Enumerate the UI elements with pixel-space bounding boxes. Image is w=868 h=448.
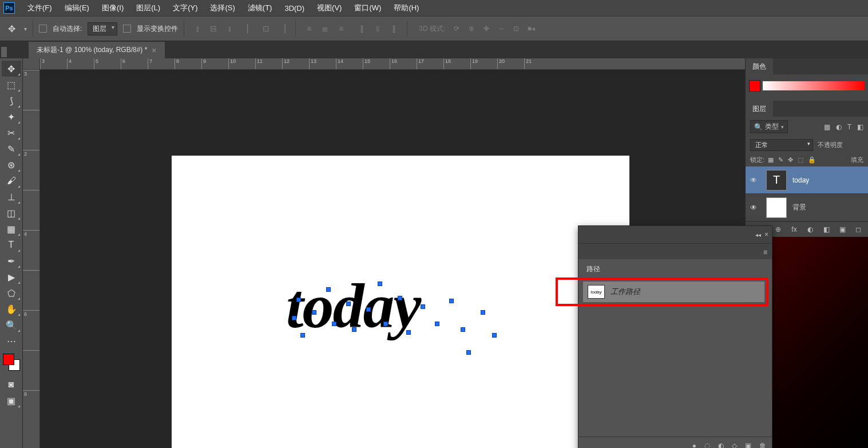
new-layer-icon[interactable]: ◻ bbox=[853, 225, 863, 233]
visibility-icon[interactable]: 👁 bbox=[750, 204, 760, 212]
menu-view[interactable]: 视图(V) bbox=[311, 1, 347, 15]
dist-bottom-icon[interactable]: ≡ bbox=[334, 21, 348, 36]
roll-icon[interactable]: ⊕ bbox=[466, 25, 477, 33]
mask-icon[interactable]: ◐ bbox=[805, 225, 815, 233]
menu-layer[interactable]: 图层(L) bbox=[130, 1, 166, 15]
align-bottom-icon[interactable]: ⫾ bbox=[222, 21, 237, 36]
orbit-icon[interactable]: ⟳ bbox=[451, 25, 462, 33]
layer-filter-type[interactable]: 🔍 类型 ▾ bbox=[750, 120, 788, 133]
move-tool[interactable]: ✥ bbox=[2, 61, 21, 77]
align-hcenter-icon[interactable]: ⊡ bbox=[259, 21, 274, 36]
align-right-icon[interactable]: ▕ bbox=[275, 21, 290, 36]
eraser-tool[interactable]: ◫ bbox=[2, 205, 21, 221]
auto-select-target-combo[interactable]: 图层 bbox=[88, 22, 117, 35]
dist-hcenter-icon[interactable]: ⦀ bbox=[370, 21, 385, 36]
zoom-tool[interactable]: 🔍 bbox=[2, 317, 21, 333]
search-icon: 🔍 bbox=[754, 123, 763, 131]
visibility-icon[interactable]: 👁 bbox=[750, 176, 760, 184]
foreground-color[interactable] bbox=[3, 354, 14, 365]
hand-tool[interactable]: ✋ bbox=[2, 301, 21, 317]
color-swatch-mini[interactable] bbox=[749, 80, 760, 92]
lock-artboard-icon[interactable]: ⬚ bbox=[798, 156, 803, 164]
panel-collapse-strip[interactable] bbox=[1, 47, 7, 57]
camera-icon[interactable]: ■◂ bbox=[525, 25, 537, 33]
layer-row-today[interactable]: 👁 T today bbox=[746, 166, 868, 194]
magic-wand-tool[interactable]: ✦ bbox=[2, 109, 21, 125]
link-layers-icon[interactable]: ⊕ bbox=[773, 225, 783, 233]
color-panel-tabrow: 颜色 bbox=[746, 58, 868, 74]
pan-icon[interactable]: ✥ bbox=[481, 25, 492, 33]
distribute-group-2: ∥ ⦀ ∥ bbox=[354, 21, 401, 36]
color-swatch[interactable] bbox=[3, 354, 20, 371]
menu-filter[interactable]: 滤镜(T) bbox=[242, 1, 278, 15]
document-tab[interactable]: 未标题-1 @ 100% (today, RGB/8#) * × bbox=[29, 42, 165, 58]
path-item-work[interactable]: today 工作路径 bbox=[583, 282, 764, 302]
crop-tool[interactable]: ✂ bbox=[2, 125, 21, 141]
layers-panel-tab[interactable]: 图层 bbox=[746, 101, 773, 117]
menu-help[interactable]: 帮助(H) bbox=[388, 1, 425, 15]
edit-toolbar[interactable]: ⋯ bbox=[2, 333, 21, 349]
lasso-tool[interactable]: ⟆ bbox=[2, 93, 21, 109]
shape-tool[interactable]: ⬠ bbox=[2, 285, 21, 301]
menu-3d[interactable]: 3D(D) bbox=[279, 2, 310, 15]
eyedropper-tool[interactable]: ✎ bbox=[2, 141, 21, 157]
close-tab-icon[interactable]: × bbox=[152, 46, 156, 55]
color-gradient-strip[interactable] bbox=[763, 81, 865, 90]
menu-select[interactable]: 选择(S) bbox=[204, 1, 240, 15]
quickmask-tool[interactable]: ◙ bbox=[2, 376, 21, 393]
screenmode-tool[interactable]: ▣ bbox=[2, 393, 21, 409]
lock-brush-icon[interactable]: ✎ bbox=[778, 156, 783, 164]
slide-icon[interactable]: ↔ bbox=[496, 25, 507, 33]
color-panel-tab[interactable]: 颜色 bbox=[746, 58, 773, 75]
filter-pixel-icon[interactable]: ▦ bbox=[824, 123, 830, 131]
dist-left-icon[interactable]: ∥ bbox=[354, 21, 369, 36]
dist-vcenter-icon[interactable]: ≣ bbox=[318, 21, 332, 36]
path-to-selection-icon[interactable]: ◐ bbox=[718, 442, 724, 449]
dist-right-icon[interactable]: ∥ bbox=[386, 21, 401, 36]
blend-mode-combo[interactable]: 正常 bbox=[750, 139, 813, 151]
align-left-icon[interactable]: ▏ bbox=[243, 21, 257, 36]
dist-top-icon[interactable]: ≡ bbox=[302, 21, 316, 36]
close-panel-icon[interactable]: × bbox=[764, 231, 768, 239]
gradient-tool[interactable]: ▦ bbox=[2, 221, 21, 237]
lock-position-icon[interactable]: ✥ bbox=[788, 156, 793, 164]
paths-tab[interactable]: 路径 bbox=[578, 261, 608, 277]
ruler-horizontal: 34 56 78 910 1112 1314 1516 1718 1920 21 bbox=[40, 58, 868, 70]
type-tool[interactable]: T bbox=[2, 237, 21, 253]
healing-tool[interactable]: ⊛ bbox=[2, 157, 21, 173]
selection-to-path-icon[interactable]: ◇ bbox=[732, 442, 737, 449]
show-transform-checkbox[interactable] bbox=[123, 25, 131, 33]
menu-file[interactable]: 文件(F) bbox=[22, 1, 58, 15]
filter-adjust-icon[interactable]: ◐ bbox=[836, 123, 842, 131]
scale3d-icon[interactable]: ⊡ bbox=[510, 25, 522, 33]
group-icon[interactable]: ▣ bbox=[837, 225, 847, 233]
collapse-icon[interactable]: ◂◂ bbox=[755, 232, 761, 238]
filter-type-icon[interactable]: T bbox=[847, 123, 851, 131]
fx-icon[interactable]: fx bbox=[789, 225, 799, 233]
paths-panel-header[interactable]: ◂◂ × bbox=[578, 226, 772, 243]
pen-tool[interactable]: ✒ bbox=[2, 253, 21, 269]
ruler-vertical: 3 2 4 6 8 bbox=[23, 70, 40, 448]
layer-row-background[interactable]: 👁 背景 bbox=[746, 194, 868, 221]
filter-shape-icon[interactable]: ◧ bbox=[857, 123, 863, 131]
align-top-icon[interactable]: ⫿ bbox=[190, 21, 205, 36]
brush-tool[interactable]: 🖌 bbox=[2, 173, 21, 189]
new-path-icon[interactable]: ▣ bbox=[745, 442, 751, 449]
menu-image[interactable]: 图像(I) bbox=[96, 1, 129, 15]
lock-all-icon[interactable]: 🔒 bbox=[808, 156, 816, 164]
menu-window[interactable]: 窗口(W) bbox=[348, 1, 387, 15]
adjustment-icon[interactable]: ◧ bbox=[821, 225, 831, 233]
paths-panel-body: today 工作路径 bbox=[578, 259, 772, 437]
menu-type[interactable]: 文字(Y) bbox=[167, 1, 203, 15]
paths-menu-icon[interactable]: ≡ bbox=[763, 248, 767, 256]
stamp-tool[interactable]: ⊥ bbox=[2, 189, 21, 205]
auto-select-checkbox[interactable] bbox=[39, 25, 47, 33]
lock-pixels-icon[interactable]: ▦ bbox=[768, 156, 774, 164]
stroke-path-icon[interactable]: ◌ bbox=[704, 442, 710, 449]
menu-edit[interactable]: 编辑(E) bbox=[59, 1, 95, 15]
marquee-tool[interactable]: ⬚ bbox=[2, 77, 21, 93]
align-vcenter-icon[interactable]: ⊟ bbox=[206, 21, 221, 36]
path-select-tool[interactable]: ▶ bbox=[2, 269, 21, 285]
fill-path-icon[interactable]: ● bbox=[692, 442, 696, 449]
delete-path-icon[interactable]: 🗑 bbox=[759, 442, 766, 449]
